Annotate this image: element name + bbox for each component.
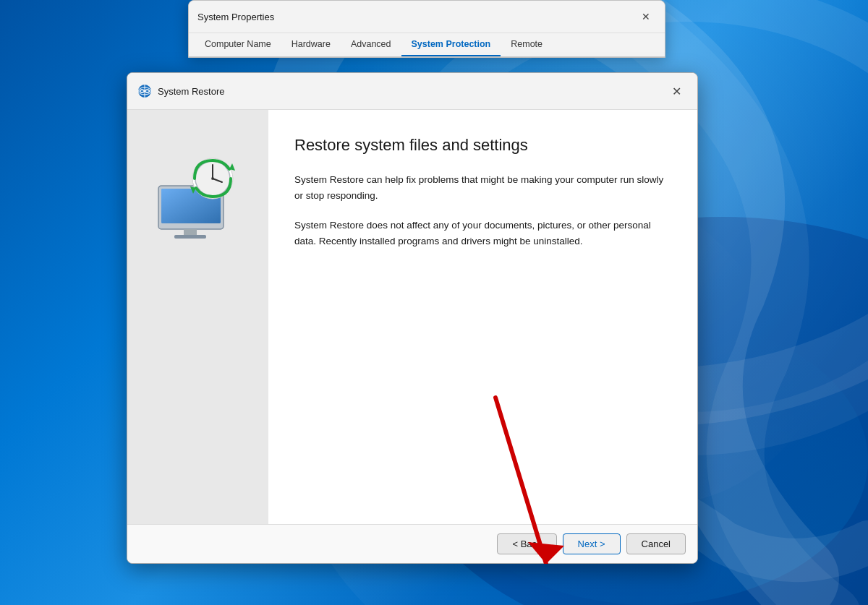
dialog-content: Restore system files and settings System… xyxy=(268,110,697,524)
restore-illustration xyxy=(144,139,252,247)
system-restore-dialog: System Restore ✕ xyxy=(127,72,698,564)
back-button[interactable]: < Back xyxy=(497,533,556,554)
system-properties-tabs: Computer Name Hardware Advanced System P… xyxy=(189,33,665,57)
system-properties-window: System Properties ✕ Computer Name Hardwa… xyxy=(188,0,665,58)
cancel-button[interactable]: Cancel xyxy=(626,533,686,554)
content-heading: Restore system files and settings xyxy=(294,136,671,155)
tab-system-protection[interactable]: System Protection xyxy=(401,33,501,56)
svg-rect-10 xyxy=(174,235,206,239)
tab-hardware[interactable]: Hardware xyxy=(281,33,341,56)
dialog-footer: < Back Next > Cancel xyxy=(127,524,697,563)
tab-advanced[interactable]: Advanced xyxy=(341,33,401,56)
system-properties-titlebar: System Properties ✕ xyxy=(189,1,665,33)
system-restore-icon xyxy=(137,84,152,98)
dialog-close-button[interactable]: ✕ xyxy=(665,80,687,102)
tab-remote[interactable]: Remote xyxy=(501,33,553,56)
content-paragraph-1: System Restore can help fix problems tha… xyxy=(294,172,671,203)
tab-computer-name[interactable]: Computer Name xyxy=(195,33,281,56)
dialog-sidebar xyxy=(127,110,268,524)
system-properties-close-button[interactable]: ✕ xyxy=(636,7,656,27)
dialog-title-left: System Restore xyxy=(137,84,224,98)
dialog-body: Restore system files and settings System… xyxy=(127,110,697,524)
next-button[interactable]: Next > xyxy=(563,533,621,554)
system-properties-title: System Properties xyxy=(197,12,274,22)
dialog-titlebar: System Restore ✕ xyxy=(127,73,697,110)
dialog-title-text: System Restore xyxy=(158,86,224,97)
content-paragraph-2: System Restore does not affect any of yo… xyxy=(294,218,671,249)
